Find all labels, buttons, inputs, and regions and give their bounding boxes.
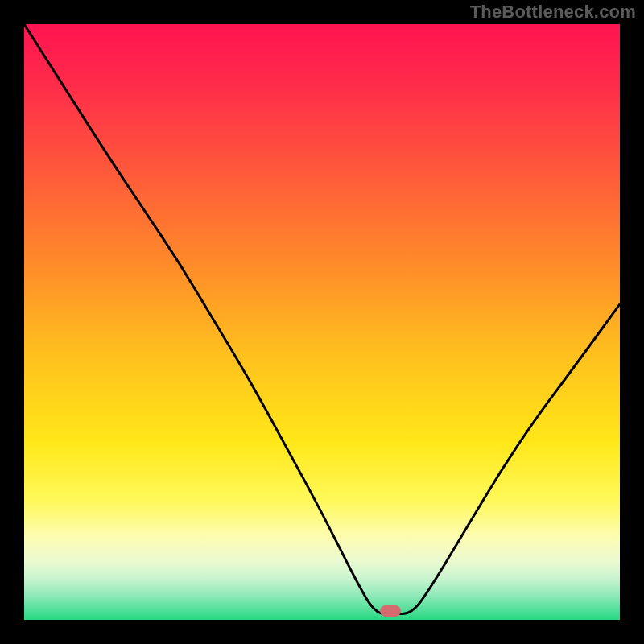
optimum-marker bbox=[380, 605, 401, 616]
chart-frame: TheBottleneck.com bbox=[0, 0, 644, 644]
bottleneck-curve bbox=[24, 24, 620, 620]
plot-area bbox=[24, 24, 620, 620]
watermark-text: TheBottleneck.com bbox=[470, 2, 636, 23]
